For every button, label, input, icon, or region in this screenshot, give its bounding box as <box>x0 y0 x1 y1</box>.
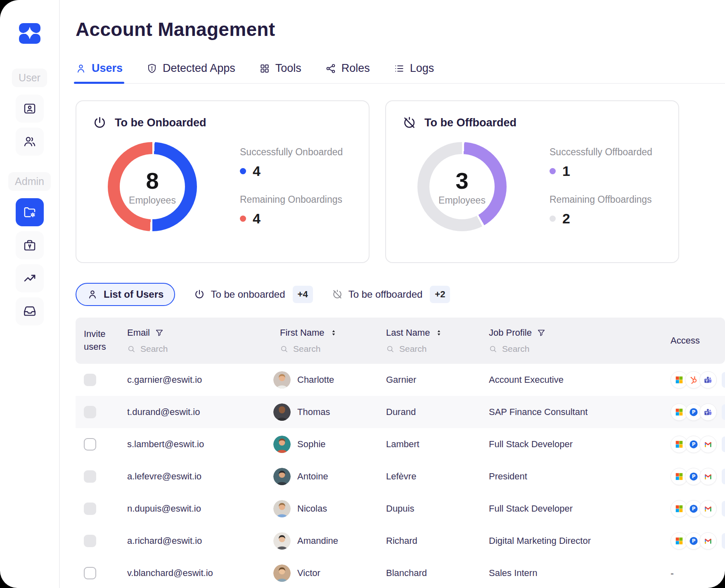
legend-dot <box>550 168 556 174</box>
chip-to-be-offboarded[interactable]: To be offboarded+2 <box>332 286 450 303</box>
more-apps-badge[interactable]: +2 <box>722 436 725 452</box>
power-off-icon <box>332 289 343 300</box>
sidebar-item-profile[interactable] <box>16 95 44 123</box>
sidebar-section-label-admin: Admin <box>8 172 51 191</box>
first-name-search-input[interactable] <box>292 344 356 354</box>
payfit-icon: P <box>689 536 698 545</box>
tab-users[interactable]: Users <box>76 62 123 83</box>
chip-count-badge: +4 <box>293 286 313 303</box>
no-access-dash: - <box>671 567 674 579</box>
svg-text:P: P <box>692 441 696 447</box>
svg-text:P: P <box>692 409 696 415</box>
legend-label: Successfully Onboarded <box>240 147 343 158</box>
column-access-label: Access <box>671 335 700 346</box>
more-apps-badge[interactable]: +2 <box>722 404 725 420</box>
power-icon <box>93 116 107 130</box>
legend-label: Remaining Offboardings <box>550 194 652 205</box>
job-profile-search-input[interactable] <box>501 344 565 354</box>
donut-center: 8Employees <box>120 154 185 219</box>
legend-item: Remaining Offboardings2 <box>550 194 652 227</box>
sort-icon[interactable] <box>435 329 443 337</box>
column-last-name-label: Last Name <box>386 327 430 338</box>
first-name-text: Amandine <box>297 536 338 546</box>
legend-number: 2 <box>562 211 570 227</box>
more-apps-badge[interactable]: +3 <box>722 372 725 388</box>
table-row: v.blanchard@eswit.ioVictorBlanchardSales… <box>76 557 725 588</box>
user-icon <box>87 289 98 300</box>
row-checkbox[interactable] <box>84 567 96 579</box>
donut-legend: Successfully Onboarded4Remaining Onboard… <box>240 147 343 227</box>
last-name-text: Lefèvre <box>386 471 416 481</box>
column-last-name: Last Name <box>376 327 479 354</box>
offboard-donut-chart: 3Employees <box>417 142 507 231</box>
email-cell: s.lambert@eswit.io <box>117 439 268 450</box>
last-name-cell: Blanchard <box>376 568 479 579</box>
share-icon <box>325 63 336 74</box>
table-row: t.durand@eswit.ioThomasDurandSAP Finance… <box>76 396 725 428</box>
more-apps-badge[interactable]: +1 <box>722 533 725 549</box>
teams-app-badge <box>699 403 717 421</box>
tab-tools[interactable]: Tools <box>259 62 301 83</box>
table-row: a.richard@eswit.ioAmandineRichardDigital… <box>76 525 725 557</box>
donut-label: Employees <box>438 195 486 206</box>
app-logo-icon[interactable] <box>17 20 43 46</box>
email-text: n.dupuis@eswit.io <box>127 503 201 514</box>
sidebar-item-account-management[interactable] <box>16 198 44 226</box>
job-profile-cell: Full Stack Developer <box>479 439 619 450</box>
access-cell: P+5 <box>619 468 725 485</box>
email-text: v.blanchard@eswit.io <box>127 568 213 578</box>
sidebar-item-toolbox[interactable] <box>16 231 44 259</box>
gmail-app-badge <box>699 468 717 485</box>
email-search-input[interactable] <box>140 344 203 354</box>
donut-center: 3Employees <box>429 154 495 219</box>
tab-roles[interactable]: Roles <box>325 62 370 83</box>
more-apps-badge[interactable]: +5 <box>722 469 725 484</box>
sort-icon[interactable] <box>329 329 338 337</box>
job-profile-text: Full Stack Developer <box>489 439 573 449</box>
tab-bar: UsersDetected AppsToolsRolesLogs <box>76 62 725 84</box>
checkbox-cell <box>76 438 117 450</box>
donut-value: 8 <box>146 167 159 194</box>
access-cell: P+1 <box>619 532 725 550</box>
users-group-icon <box>23 135 37 149</box>
sidebar-item-inbox[interactable] <box>16 297 44 325</box>
row-checkbox[interactable] <box>84 535 96 547</box>
chip-to-be-onboarded[interactable]: To be onboarded+4 <box>194 286 313 303</box>
table-row: a.lefevre@eswit.ioAntoineLefèvrePresiden… <box>76 460 725 493</box>
first-name-cell: Nicolas <box>268 500 376 517</box>
sidebar-item-users[interactable] <box>16 128 44 156</box>
email-text: a.richard@eswit.io <box>127 536 202 546</box>
row-checkbox[interactable] <box>84 438 96 450</box>
access-cell: +3 <box>619 371 725 389</box>
filter-icon[interactable] <box>155 328 164 337</box>
row-checkbox[interactable] <box>84 406 96 418</box>
filter-chips: List of UsersTo be onboarded+4To be offb… <box>76 283 725 306</box>
job-profile-cell: Sales Intern <box>479 568 619 579</box>
legend-dot <box>550 216 556 222</box>
row-checkbox[interactable] <box>84 503 96 515</box>
microsoft-icon <box>675 408 684 417</box>
job-profile-text: Full Stack Developer <box>489 503 573 514</box>
gmail-app-badge <box>699 532 717 550</box>
search-icon <box>127 345 135 353</box>
tab-logs[interactable]: Logs <box>394 62 434 83</box>
avatar <box>273 468 291 485</box>
column-job-profile-label: Job Profile <box>489 327 532 338</box>
row-checkbox[interactable] <box>84 470 96 483</box>
chip-list-of-users[interactable]: List of Users <box>76 283 175 306</box>
email-cell: t.durand@eswit.io <box>117 407 268 417</box>
sidebar-item-analytics[interactable] <box>16 264 44 292</box>
sidebar: UserAdmin <box>0 0 60 588</box>
tab-label: Logs <box>410 62 434 75</box>
more-apps-badge[interactable]: +2 <box>722 501 725 517</box>
onboard-donut-chart: 8Employees <box>108 142 197 231</box>
first-name-cell: Amandine <box>268 532 376 550</box>
column-first-name-label: First Name <box>280 327 325 338</box>
avatar <box>273 371 291 389</box>
last-name-search-input[interactable] <box>398 344 462 354</box>
tab-detected-apps[interactable]: Detected Apps <box>147 62 235 83</box>
card-header: To be Onboarded <box>93 116 352 130</box>
row-checkbox[interactable] <box>84 374 96 386</box>
filter-icon[interactable] <box>537 328 546 337</box>
payfit-icon: P <box>689 408 698 417</box>
